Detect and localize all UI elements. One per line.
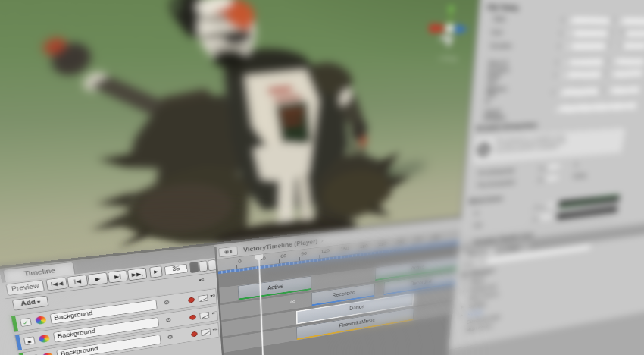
start-f-field[interactable]: 0: [617, 17, 644, 25]
easeout-f-field[interactable]: 6: [608, 70, 644, 78]
blend-out-curve[interactable]: [556, 206, 617, 220]
edit-mode-ripple-button[interactable]: [199, 260, 208, 272]
extrapolation-info-box: Pre-Extrapolation is only applied to the…: [471, 127, 627, 166]
animator-icon: [39, 334, 50, 343]
foldout-icon[interactable]: ▼: [457, 273, 461, 278]
previous-frame-button[interactable]: |◀: [67, 275, 88, 288]
record-button[interactable]: [188, 297, 195, 303]
blend-out-label: Out: [474, 221, 483, 228]
post-extrapolate-label: Post-Extrapolate: [477, 179, 517, 188]
timeline-clips-area: ◉▮ VictoryTimeline (Player)› 0 30 60 90 …: [214, 220, 460, 355]
row-label-end: End: [492, 29, 502, 36]
next-frame-button[interactable]: ▶|: [108, 270, 128, 284]
track-options-icon[interactable]: ▾≡: [199, 278, 205, 283]
s-label: s: [560, 30, 563, 36]
animator-icon: [35, 316, 47, 325]
track-menu-icon[interactable]: ▾≡: [210, 293, 216, 298]
animator-icon: [42, 352, 53, 355]
gear-icon[interactable]: ⚙: [167, 334, 174, 341]
f-label: f: [609, 42, 611, 49]
f-label: f: [611, 30, 613, 36]
row-label-speed: Speed Multiplier: [483, 108, 507, 121]
track-active-checkbox[interactable]: ■: [23, 336, 36, 345]
pre-extrapolate-value: 0: [574, 162, 578, 168]
go-to-end-button[interactable]: ▶▶|: [127, 268, 147, 281]
row-label-duration: Duration: [490, 42, 512, 49]
f-label: f: [602, 88, 604, 93]
blend-curves-header: Blend Curves: [469, 195, 503, 204]
preview-toggle[interactable]: Preview: [5, 280, 45, 296]
start-s-field[interactable]: 0: [566, 16, 611, 25]
gizmo-persp-label[interactable]: < Persp: [424, 55, 471, 62]
s-label: s: [554, 72, 557, 78]
pre-extrapolate-label: Pre-Extrapolate: [478, 167, 515, 176]
foldout-icon[interactable]: ▶: [461, 305, 464, 309]
clipin-f-field[interactable]: 0: [605, 86, 641, 96]
play-range-toggle[interactable]: ▶: [149, 265, 163, 278]
duration-s-field[interactable]: 4.1: [563, 42, 608, 50]
row-label-easein: Ease In Duration: [488, 59, 511, 73]
info-icon: [477, 143, 491, 157]
track-color-strip: [11, 316, 18, 331]
track-color-strip: [15, 335, 22, 350]
blend-in-dropdown[interactable]: Manual: [530, 201, 557, 211]
item-label: Events: [467, 309, 483, 317]
clipin-s-field[interactable]: 0: [556, 87, 599, 96]
timeline-visibility-icons[interactable]: ◉▮: [218, 246, 238, 257]
duration-f-field[interactable]: 246: [613, 42, 644, 50]
s-label: s: [552, 90, 555, 96]
extrapolation-header: Animation Extrapolation: [476, 122, 538, 132]
blend-in-label: In: [474, 210, 479, 216]
track-menu-icon[interactable]: ▾≡: [211, 310, 217, 316]
end-s-field[interactable]: 4.1: [564, 30, 609, 38]
breadcrumb-chevron-icon: ›: [321, 237, 324, 244]
foldout-icon[interactable]: ▶: [461, 313, 464, 318]
edit-mode-mix-button[interactable]: [189, 262, 199, 273]
track-active-checkbox[interactable]: ✓: [20, 318, 32, 327]
infinity-icon: ∞: [290, 297, 295, 306]
item-label: Player: [470, 277, 485, 284]
create-button[interactable]: Create: [458, 259, 481, 269]
end-f-field[interactable]: 246: [615, 30, 644, 38]
inspector-panel: Clip Timing Start s 0 f 0 End s 4.1 f 24…: [458, 0, 644, 247]
easein-s-field[interactable]: 0.1: [561, 58, 605, 67]
s-label: s: [561, 17, 564, 23]
curves-icon[interactable]: [199, 312, 209, 319]
s-label: s: [558, 42, 561, 49]
f-label: f: [613, 17, 615, 24]
post-extrapolate-value: Infinity: [573, 172, 587, 179]
add-track-button[interactable]: Add: [12, 296, 49, 311]
track-menu-icon[interactable]: ▾≡: [213, 327, 218, 332]
f-label: f: [606, 58, 608, 64]
blend-out-dropdown[interactable]: Auto: [528, 213, 555, 223]
s-label: s: [556, 59, 559, 65]
curves-icon[interactable]: [201, 328, 211, 336]
play-button[interactable]: ▶: [87, 272, 108, 286]
row-label-clipin: Clip In: [485, 91, 496, 105]
gear-icon[interactable]: ⚙: [165, 316, 172, 324]
unity-editor: < Persp Clip Timing Start s 0 f 0 End s …: [0, 0, 644, 355]
scene-icon: [462, 272, 468, 277]
easeout-s-field[interactable]: 0.1: [558, 71, 602, 80]
post-extrapolate-dropdown[interactable]: Hold: [533, 174, 561, 184]
clip-timing-header: Clip Timing: [486, 3, 518, 11]
row-label-easeout: Ease Out Duration: [486, 72, 509, 93]
scene-orientation-gizmo[interactable]: < Persp: [424, 2, 476, 66]
f-label: f: [605, 71, 607, 77]
speed-field[interactable]: 1: [554, 102, 638, 113]
record-button[interactable]: [189, 314, 196, 320]
gear-icon[interactable]: ⚙: [163, 299, 170, 306]
easein-f-field[interactable]: 6: [611, 58, 644, 66]
row-label-start: Start: [493, 15, 506, 23]
foldout-icon[interactable]: ▶: [463, 289, 466, 294]
foldout-icon[interactable]: ▶: [464, 281, 467, 285]
pre-extrapolate-dropdown[interactable]: Hold: [534, 163, 563, 173]
current-frame-field[interactable]: 35: [164, 264, 188, 275]
go-to-start-button[interactable]: |◀◀: [45, 277, 67, 291]
record-button[interactable]: [191, 331, 198, 338]
curves-icon[interactable]: [198, 294, 208, 302]
